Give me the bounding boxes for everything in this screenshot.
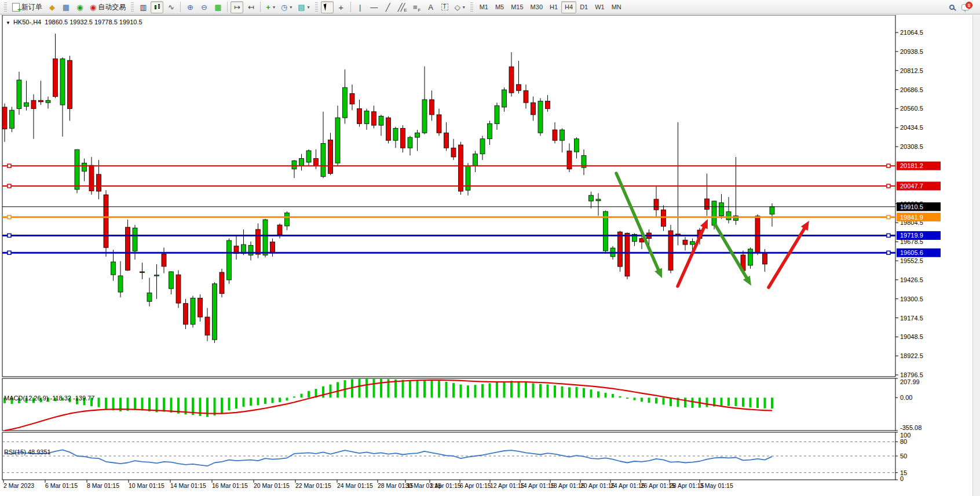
macd-indicator-label: MACD(12,26,9) -118.32 -139.77 <box>4 395 94 402</box>
profile-button[interactable]: ▦ <box>60 1 72 13</box>
fibonacci-button[interactable]: ≡ F <box>411 1 423 13</box>
chart-shift-button[interactable]: ↤ <box>244 1 257 13</box>
trendline-button[interactable]: ╱ <box>382 1 394 13</box>
candlestick-chart-button[interactable] <box>151 1 163 13</box>
timeframe-button-h4[interactable]: H4 <box>561 1 576 13</box>
bar-chart-button[interactable]: ▥ <box>137 1 149 13</box>
new-order-icon <box>12 3 20 12</box>
toolbar-drag-handle[interactable] <box>315 2 318 12</box>
fibonacci-icon: ≡ <box>413 3 418 11</box>
chart-symbol-period: HK50-,H4 <box>13 19 41 25</box>
candle <box>668 225 673 273</box>
macd-pane[interactable] <box>2 378 895 431</box>
candle <box>386 116 391 144</box>
shapes-icon: ◇ <box>455 3 460 11</box>
svg-text:19841.9: 19841.9 <box>900 214 923 221</box>
channel-icon: ╱╱ <box>398 3 404 11</box>
tile-windows-button[interactable]: ▦ <box>211 1 224 13</box>
window-scrollbar[interactable] <box>972 15 980 496</box>
periods-icon: ◷ <box>281 3 287 11</box>
vertical-line-button[interactable]: | <box>354 1 367 13</box>
timeframe-button-mn[interactable]: MN <box>608 1 625 13</box>
candle <box>459 142 463 195</box>
date-axis-label: 8 Mar 01:15 <box>87 482 119 489</box>
date-axis-label: 14 Apr 01:15 <box>520 482 555 489</box>
timeframe-button-m5[interactable]: M5 <box>492 1 507 13</box>
zoom-out-icon: ⊖ <box>201 3 207 11</box>
chat-button[interactable]: 1 <box>959 1 972 13</box>
text-label-icon: T <box>441 3 448 10</box>
cursor-button[interactable] <box>321 1 334 13</box>
timeframe-button-m30[interactable]: M30 <box>527 1 546 13</box>
price-axis-badge: 20047.7 <box>897 182 941 191</box>
candle <box>191 296 195 328</box>
candle <box>538 98 543 136</box>
text-button[interactable]: A <box>425 1 437 13</box>
candlestick-icon <box>155 3 160 11</box>
main-pane[interactable] <box>2 15 895 377</box>
chart-title: ▼HK50-,H4 19860.5 19932.5 19778.5 19910.… <box>6 19 142 25</box>
toolbar-separator <box>350 2 351 12</box>
collapse-triangle-icon[interactable]: ▼ <box>6 20 10 25</box>
search-button[interactable] <box>945 1 958 13</box>
candle <box>184 299 188 329</box>
auto-trading-button[interactable]: ◉ 自动交易 <box>87 1 128 13</box>
new-order-button[interactable]: 新订单 <box>10 1 45 13</box>
tile-windows-icon: ▦ <box>214 3 221 11</box>
search-icon <box>949 5 955 10</box>
quotes-icon: ◆ <box>49 3 55 11</box>
toolbar-drag-handle[interactable] <box>470 2 473 12</box>
auto-scroll-button[interactable]: ↦ <box>231 1 243 13</box>
templates-button[interactable]: ▤ ▾ <box>295 1 312 13</box>
indicators-button[interactable]: + ▾ <box>264 1 277 13</box>
signals-button[interactable]: ◉ <box>74 1 86 13</box>
price-axis-tick: 20938.5 <box>900 48 923 55</box>
price-axis-tick: 20560.5 <box>900 105 923 112</box>
crosshair-button[interactable]: + <box>335 1 348 13</box>
crosshair-icon: + <box>338 3 343 12</box>
chevron-down-icon: ▾ <box>463 5 465 10</box>
candle <box>75 149 79 194</box>
svg-text:20181.2: 20181.2 <box>900 162 923 169</box>
svg-text:20047.7: 20047.7 <box>900 183 923 189</box>
candle <box>220 269 224 298</box>
zoom-in-button[interactable]: ⊕ <box>184 1 196 13</box>
trendline-icon: ╱ <box>386 3 390 11</box>
text-label-button[interactable]: T <box>438 1 451 13</box>
auto-scroll-icon: ↦ <box>234 3 240 11</box>
horizontal-line-button[interactable]: — <box>368 1 381 13</box>
macd-axis-tick: 0.00 <box>900 394 912 401</box>
price-axis-tick: 18796.5 <box>900 371 923 378</box>
date-axis-label: 10 Mar 01:15 <box>129 482 164 489</box>
shapes-button[interactable]: ◇ ▾ <box>452 1 467 13</box>
svg-text:19719.9: 19719.9 <box>900 232 923 239</box>
timeframe-button-m15[interactable]: M15 <box>507 1 526 13</box>
candle <box>104 190 108 257</box>
timeframe-button-d1[interactable]: D1 <box>576 1 591 13</box>
text-icon: A <box>428 3 433 11</box>
candle <box>625 232 630 279</box>
channel-sub-label: E <box>404 8 407 13</box>
auto-trading-label: 自动交易 <box>98 2 126 12</box>
date-axis-label: 22 Mar 01:15 <box>295 482 331 489</box>
date-axis-label: 20 Mar 01:15 <box>254 482 290 489</box>
date-axis-label: 16 Mar 01:15 <box>212 482 248 489</box>
timeframe-button-w1[interactable]: W1 <box>591 1 608 13</box>
timeframe-button-h1[interactable]: H1 <box>546 1 561 13</box>
zoom-out-button[interactable]: ⊖ <box>198 1 210 13</box>
price-axis-tick: 20308.5 <box>900 143 923 150</box>
date-axis-label: 20 Apr 01:15 <box>580 482 615 489</box>
profile-icon: ▦ <box>63 3 70 11</box>
date-axis-label: 6 Mar 01:15 <box>45 482 78 489</box>
market-watch-button[interactable]: ◆ <box>46 1 58 13</box>
toolbar-drag-handle[interactable] <box>131 2 134 12</box>
periods-button[interactable]: ◷ ▾ <box>279 1 294 13</box>
timeframe-button-m1[interactable]: M1 <box>476 1 492 13</box>
svg-text:19910.5: 19910.5 <box>900 203 923 210</box>
horizontal-line-icon: — <box>370 3 378 11</box>
chart-canvas[interactable]: 21064.520938.520812.520686.520560.520434… <box>0 15 980 496</box>
price-axis-badge: 19910.5 <box>897 202 941 211</box>
equidistant-channel-button[interactable]: ╱╱ E <box>396 1 409 13</box>
line-chart-button[interactable]: ∿ <box>164 1 177 13</box>
toolbar-drag-handle[interactable] <box>4 2 7 12</box>
